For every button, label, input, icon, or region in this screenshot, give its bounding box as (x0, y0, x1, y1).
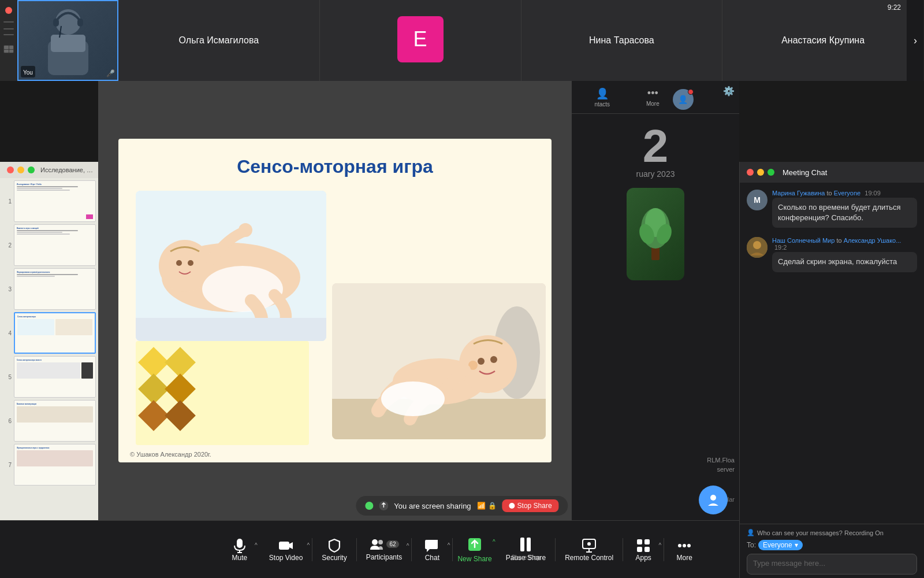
chat-bubble-2: Наш Солнечный Мир to Александр Ушако... … (772, 237, 917, 272)
slide-image-4: Сенсо-моторная игра (14, 312, 96, 354)
keynote-titlebar: Исследование, Игра и Учёба v3 (0, 162, 98, 178)
pause-bar-1 (520, 538, 524, 551)
slide-thumb-1[interactable]: 1 Исследование • Игра • Учёба (2, 180, 96, 222)
apps-button[interactable]: ^ Apps (623, 538, 664, 562)
zoom-more-tab[interactable]: ••• More (646, 87, 660, 107)
chat-message-input[interactable]: Type message here... (747, 554, 917, 575)
sharing-wifi-icon: 📶 (477, 502, 486, 510)
chat-bubble-1: Марина Гужавина to Everyone 19:09 Скольк… (772, 190, 917, 228)
keynote-maximize[interactable] (28, 166, 35, 173)
contacts-tab[interactable]: 👤 ntacts (594, 87, 610, 108)
chat-chevron-icon[interactable]: ^ (448, 542, 450, 549)
settings-gear-icon[interactable]: ⚙️ (723, 86, 735, 97)
new-share-icon-area (467, 536, 483, 553)
app-icon-green[interactable] (627, 188, 684, 280)
chat-recipient-dropdown[interactable]: Everyone ▾ (758, 540, 803, 550)
slide-title: Сенсо-моторная игра (136, 156, 534, 177)
chat-messages-list: М Марина Гужавина to Everyone 19:09 Скол… (740, 183, 924, 524)
svg-point-32 (710, 495, 716, 501)
slide-image-6: Базовые манипуляции (14, 400, 96, 442)
svg-rect-4 (77, 18, 83, 27)
zoom-content-area: 2 ruary 2023 RLM.Floa server (572, 114, 739, 520)
chat-button[interactable]: ^ Chat (412, 538, 452, 562)
visibility-icon: 👤 (747, 529, 755, 536)
new-share-chevron-icon[interactable]: ^ (493, 539, 495, 545)
presentation-area: Сенсо-моторная игра (98, 81, 572, 520)
self-mic-icon: 🎤 (106, 69, 115, 77)
slide-thumb-6[interactable]: 6 Базовые манипуляции (2, 400, 96, 442)
baby-image-2 (332, 283, 546, 439)
more-dots-icon (676, 538, 692, 554)
video-chevron-icon[interactable]: ^ (307, 542, 310, 549)
participants-icon (369, 538, 384, 551)
apps-chevron-icon[interactable]: ^ (658, 542, 661, 549)
main-slide: Сенсо-моторная игра (118, 139, 552, 462)
shield-icon (326, 538, 342, 554)
chat-maximize-button[interactable] (767, 169, 774, 176)
apps-icon (635, 538, 651, 554)
pause-bar-2 (527, 538, 531, 551)
chat-footer: 👤 Who can see your messages? Recording O… (740, 524, 924, 578)
participants-label: Participants (366, 553, 403, 561)
stop-video-label: Stop Video (269, 554, 303, 562)
chat-to-whom-2: Александр Ушако... (844, 237, 901, 244)
mute-button[interactable]: ^ Mute (219, 538, 260, 562)
new-share-button[interactable]: ^ New Share (453, 536, 496, 563)
slide-thumb-7[interactable]: 7 Функциональные игры с предметами (2, 444, 96, 486)
remote-control-button[interactable]: Remote Control (556, 538, 623, 562)
security-button[interactable]: Security (312, 538, 356, 562)
chat-minimize-button[interactable] (757, 169, 764, 176)
more-label: More (677, 554, 692, 562)
slide-image-1: Исследование • Игра • Учёба (14, 180, 96, 222)
zoom-more-label: More (646, 101, 660, 107)
slide-thumb-5[interactable]: 5 Сенсо-моторная игра вместе (2, 356, 96, 398)
zoom-more-icon: ••• (647, 87, 658, 99)
visibility-text: Who can see your messages? Recording On (757, 529, 884, 536)
chat-close-button[interactable] (747, 169, 754, 176)
svg-point-12 (202, 266, 283, 312)
keynote-minimize[interactable] (17, 166, 24, 173)
svg-point-50 (687, 544, 691, 547)
chat-avatar-solnechny (747, 237, 767, 258)
slide-image-5: Сенсо-моторная игра вместе (14, 356, 96, 398)
stop-video-button[interactable]: ^ Stop Video (260, 538, 312, 562)
baby-svg-1 (136, 191, 326, 341)
new-share-label: New Share (457, 555, 491, 563)
chat-avatar-marina: М (747, 190, 767, 210)
chat-label: Chat (425, 554, 439, 562)
svg-point-22 (381, 381, 445, 416)
profile-helper-button[interactable] (699, 486, 728, 514)
svg-rect-45 (644, 539, 650, 544)
sharing-green-dot (365, 502, 373, 510)
slide-image-7: Функциональные игры с предметами (14, 444, 96, 486)
traffic-lights (3, 5, 14, 16)
participants-chevron-icon[interactable]: ^ (407, 543, 409, 549)
mute-chevron-icon[interactable]: ^ (255, 542, 258, 549)
grid-icon[interactable] (3, 45, 14, 53)
diamond-dark-brown (165, 400, 196, 431)
keynote-close[interactable] (7, 166, 14, 173)
share-arrow-icon (379, 501, 388, 510)
svg-point-11 (239, 223, 252, 237)
next-participant-arrow[interactable]: › (907, 0, 924, 81)
slide-image-3: Формирование игровой деятельности (14, 268, 96, 310)
slide-thumb-2[interactable]: 2 Важность игры и эмоций (2, 224, 96, 266)
chevron-down-icon: ▾ (795, 541, 798, 549)
diamond-decorations (141, 350, 211, 428)
close-button[interactable] (5, 7, 12, 14)
chat-text-2: Сделай скрин экрана, пожалуйста (772, 252, 917, 272)
stop-share-label: Stop Share (517, 502, 552, 510)
chat-to-whom-1: Everyone (834, 190, 860, 197)
remote-control-icon (581, 538, 597, 554)
stop-share-button[interactable]: Stop Share (502, 499, 559, 512)
apps-label: Apps (636, 554, 651, 562)
chat-message-1: М Марина Гужавина to Everyone 19:09 Скол… (747, 190, 917, 228)
slide-thumb-4[interactable]: 4 Сенсо-моторная игра (2, 312, 96, 354)
participants-button[interactable]: ^ 62 Participants (357, 538, 412, 561)
more-button[interactable]: More (664, 538, 705, 562)
pause-share-button[interactable]: Pause Share Share Stop (497, 538, 555, 562)
svg-rect-13 (136, 318, 326, 341)
share-stop-sublabel: Share Stop (497, 554, 555, 562)
chat-message-2: Наш Солнечный Мир to Александр Ушако... … (747, 237, 917, 272)
slide-thumb-3[interactable]: 3 Формирование игровой деятельности (2, 268, 96, 310)
